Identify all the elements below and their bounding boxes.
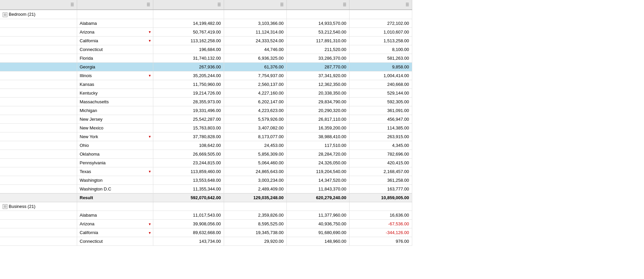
table-row[interactable]: Oklahoma26,669,505.005,856,309.0028,284,… (0, 150, 412, 158)
profit-cell: 16,636.00 (349, 211, 412, 220)
header-state[interactable]: ☰ (77, 0, 153, 10)
result-value-cell: 10,859,005.00 (349, 193, 412, 202)
table-row[interactable]: New York▼37,780,828.008,173,077.0038,988… (0, 132, 412, 141)
header-discount-amount[interactable]: ☰ (224, 0, 286, 10)
profit-cell: 8,100.00 (349, 45, 412, 54)
discount-cell: 5,064,460.00 (224, 158, 286, 167)
forecast-cell: 33,286,370.00 (286, 54, 349, 62)
bedroom-label: Bedroom (21) (9, 12, 35, 17)
state-cell: Alabama (77, 19, 153, 27)
table-row[interactable]: Michigan19,331,496.004,223,623.0020,290,… (0, 106, 412, 115)
table-row[interactable]: Kentucky19,214,726.004,227,160.0020,338,… (0, 89, 412, 97)
discount-cell: 24,865,643.00 (224, 167, 286, 176)
forecast-cell: 24,326,050.00 (286, 158, 349, 167)
state-cell: Massachusetts (77, 97, 153, 106)
column-menu-discount[interactable]: ☰ (280, 2, 284, 7)
filter-arrow-icon: ▼ (148, 74, 152, 77)
discount-cell: 24,453.00 (224, 141, 286, 150)
state-cell: New York▼ (77, 132, 153, 141)
table-row[interactable]: California▼113,162,258.0024,333,524.0011… (0, 36, 412, 45)
profit-cell: -67,536.00 (349, 220, 412, 228)
business-expand-icon[interactable]: ⊟ (3, 204, 7, 209)
product-category-cell (0, 97, 77, 106)
discount-cell: 61,376.00 (224, 62, 286, 71)
table-row[interactable]: Georgia267,936.0061,376.00287,770.009,85… (0, 62, 412, 71)
table-row[interactable]: New Mexico15,763,803.003,407,082.0016,35… (0, 123, 412, 132)
profit-cell: 581,263.00 (349, 54, 412, 62)
cost-cell: 35,205,244.00 (153, 71, 224, 80)
forecast-cell: 26,817,110.00 (286, 115, 349, 123)
table-row[interactable]: Connecticut143,734.0029,920.00148,960.00… (0, 237, 412, 246)
cost-cell: 39,908,056.00 (153, 220, 224, 228)
empty-cell (153, 10, 224, 19)
column-menu-profit[interactable]: ☰ (406, 2, 409, 7)
forecast-cell: 37,341,920.00 (286, 71, 349, 80)
table-row[interactable]: Arizona▼39,908,056.008,595,525.0040,936,… (0, 220, 412, 228)
discount-cell: 3,003,234.00 (224, 176, 286, 184)
table-row[interactable]: Alabama11,017,543.002,359,826.0011,377,9… (0, 211, 412, 220)
state-cell: Florida (77, 54, 153, 62)
forecast-cell: 38,988,410.00 (286, 132, 349, 141)
profit-cell: 163,777.00 (349, 184, 412, 193)
column-menu-forecast[interactable]: ☰ (343, 2, 346, 7)
product-category-cell (0, 62, 77, 71)
empty-cell (224, 202, 286, 211)
forecast-cell: 16,359,200.00 (286, 123, 349, 132)
result-value-cell: 129,035,248.00 (224, 193, 286, 202)
product-category-cell (0, 176, 77, 184)
filter-arrow-icon: ▼ (148, 39, 152, 43)
cost-cell: 25,542,287.00 (153, 115, 224, 123)
result-value-cell: 620,279,240.00 (286, 193, 349, 202)
table-row[interactable]: Connecticut196,684.0044,746.00211,520.00… (0, 45, 412, 54)
table-row[interactable]: Massachusetts28,355,973.006,202,147.0029… (0, 97, 412, 106)
table-row[interactable]: Kansas11,750,960.002,560,137.0012,362,35… (0, 80, 412, 89)
forecast-cell: 119,204,540.00 (286, 167, 349, 176)
profit-cell: -344,126.00 (349, 228, 412, 237)
table-row[interactable]: Arizona▼50,767,419.0011,124,314.0053,212… (0, 27, 412, 36)
forecast-cell: 28,284,720.00 (286, 150, 349, 158)
filter-arrow-icon: ▼ (148, 170, 152, 173)
column-menu-state[interactable]: ☰ (147, 2, 150, 7)
forecast-cell: 287,770.00 (286, 62, 349, 71)
table-row[interactable]: Ohio108,642.0024,453.00117,510.004,345.0… (0, 141, 412, 150)
table-row[interactable]: Florida31,740,132.006,936,325.0033,286,3… (0, 54, 412, 62)
profit-cell: 1,010,607.00 (349, 27, 412, 36)
table-row[interactable]: Texas▼113,859,460.0024,865,643.00119,204… (0, 167, 412, 176)
business-category-cell[interactable]: ⊟Business (21) (0, 202, 77, 211)
product-category-cell (0, 36, 77, 45)
result-label-cell (0, 193, 77, 202)
state-cell: Kansas (77, 80, 153, 89)
state-cell: Arizona▼ (77, 27, 153, 36)
header-forecast-amount[interactable]: ☰ (286, 0, 349, 10)
state-cell: Washington (77, 176, 153, 184)
forecast-cell: 40,936,750.00 (286, 220, 349, 228)
column-menu-cost[interactable]: ☰ (217, 2, 221, 7)
header-cost-amount[interactable]: ☰ (153, 0, 224, 10)
state-cell: Washington D.C (77, 184, 153, 193)
bedroom-expand-icon[interactable]: ⊟ (3, 12, 7, 17)
header-profit-loss[interactable]: ☰ (349, 0, 412, 10)
profit-cell: 263,915.00 (349, 132, 412, 141)
cost-cell: 26,669,505.00 (153, 150, 224, 158)
business-group-row[interactable]: ⊟Business (21) (0, 202, 412, 211)
table-row[interactable]: Pennsylvania23,244,815.005,064,460.0024,… (0, 158, 412, 167)
header-product-category[interactable]: ☰ (0, 0, 77, 10)
discount-cell: 29,920.00 (224, 237, 286, 246)
column-menu-product[interactable]: ☰ (70, 2, 74, 7)
product-category-cell (0, 141, 77, 150)
table-row[interactable]: New Jersey25,542,287.005,579,926.0026,81… (0, 115, 412, 123)
forecast-cell: 117,510.00 (286, 141, 349, 150)
bedroom-category-cell[interactable]: ⊟Bedroom (21) (0, 10, 77, 19)
profit-cell: 1,004,414.00 (349, 71, 412, 80)
table-row[interactable]: Illinois▼35,205,244.007,754,937.0037,341… (0, 71, 412, 80)
table-row[interactable]: Washington13,553,648.003,003,234.0014,34… (0, 176, 412, 184)
empty-cell (77, 10, 153, 19)
profit-cell: 240,668.00 (349, 80, 412, 89)
table-row[interactable]: California▼89,632,668.0019,345,738.0091,… (0, 228, 412, 237)
table-row[interactable]: Washington D.C11,355,344.002,489,409.001… (0, 184, 412, 193)
table-row[interactable]: Alabama14,199,482.003,103,366.0014,933,5… (0, 19, 412, 27)
filter-arrow-icon: ▼ (148, 231, 152, 234)
discount-cell: 44,746.00 (224, 45, 286, 54)
state-cell: Georgia (77, 62, 153, 71)
category-group-row[interactable]: ⊟Bedroom (21) (0, 10, 412, 19)
